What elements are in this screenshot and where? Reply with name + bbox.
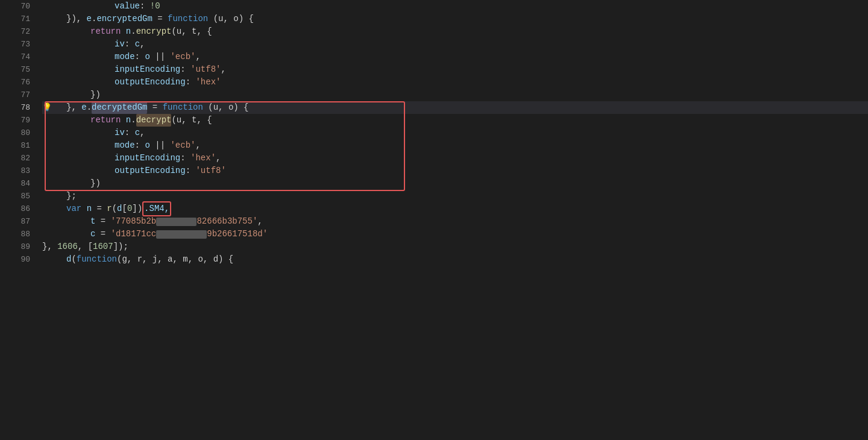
line-num-70: 70 (6, 0, 30, 13)
string-utf8: 'utf8' (190, 63, 221, 76)
code-line-87: t = '77085b2b 82666b3b755' , (42, 215, 868, 228)
line-num-86: 86 (6, 203, 30, 215)
comma: , (195, 51, 200, 63)
n-var: n (126, 25, 131, 38)
key-outputEncoding: outputEncoding (115, 76, 186, 89)
colon4: : (180, 152, 190, 165)
d-func: d (66, 253, 71, 266)
string-hex2: 'hex' (190, 152, 216, 165)
key-mode2: mode (115, 139, 135, 152)
t-value-end: 82666b3b755' (197, 215, 257, 228)
kw-function-1: function (168, 13, 208, 25)
or2: || (150, 139, 171, 152)
colon: : (125, 38, 135, 51)
bracket: [ (122, 203, 127, 215)
line-num-80: 80 (6, 127, 30, 139)
o-var: o (145, 51, 149, 63)
key-mode: mode (115, 51, 135, 63)
string-hex: 'hex' (195, 76, 221, 89)
encrypt-method: encrypt (136, 25, 172, 38)
close-obj: }), (66, 13, 87, 25)
code-content: value : !0 }), e . encryptedGm = functio… (36, 0, 868, 266)
d-var: d (117, 203, 122, 215)
code-line-80: iv : c , (42, 127, 868, 139)
line-num-83: 83 (6, 165, 30, 177)
close-obj2: }, (66, 101, 81, 114)
comma4: , (216, 152, 221, 165)
c-var2: c (135, 127, 140, 139)
decryptedGm-id: decryptedGm (92, 101, 147, 114)
comma3: , (195, 139, 200, 152)
code-line-70: value : !0 (42, 0, 868, 13)
t-value-start: '77085b2b (111, 215, 157, 228)
key-value: value (115, 0, 140, 13)
line-num-75: 75 (6, 63, 30, 76)
redacted-2 (156, 230, 207, 239)
kw-var: var (66, 203, 81, 215)
n-var2: n (126, 114, 131, 127)
line-num-77: 77 (6, 89, 30, 101)
comma: , (140, 38, 145, 51)
string-utf82: 'utf8' (195, 165, 225, 177)
open-paren: ( (112, 203, 117, 215)
line-num-90: 90 (6, 253, 30, 266)
space (121, 25, 125, 38)
n-id: n (87, 203, 92, 215)
zero: 0 (127, 203, 132, 215)
c-id: c (90, 228, 95, 240)
code-line-75: inputEncoding : 'utf8' , (42, 63, 868, 76)
kw-function-2: function (163, 101, 203, 114)
code-line-82: inputEncoding : 'hex' , (42, 152, 868, 165)
line-num-71: 71 (6, 13, 30, 25)
line-num-73: 73 (6, 38, 30, 51)
num-1607: 1607 (93, 240, 113, 253)
comma-bracket: , [ (78, 240, 93, 253)
encryptedGm: encryptedGm (96, 13, 152, 25)
code-line-83: outputEncoding : 'utf8' (42, 165, 868, 177)
code-line-73: iv : c , (42, 38, 868, 51)
key-outputEncoding2: outputEncoding (115, 165, 186, 177)
code-line-71: }), e . encryptedGm = function (u, o) { (42, 13, 868, 25)
code-line-85: }; (42, 190, 868, 203)
t-var: t (90, 215, 95, 228)
eq3: = (95, 228, 110, 240)
code-line-76: outputEncoding : 'hex' (42, 76, 868, 89)
line-num-85: 85 (6, 190, 30, 203)
line-num-74: 74 (6, 51, 30, 63)
code-line-88: c = 'd18171cc 9b26617518d' (42, 228, 868, 240)
open-paren2: ( (71, 253, 76, 266)
code-line-79: return n . decrypt (u, t, { (42, 114, 868, 127)
assign2: = (147, 101, 162, 114)
close-1606: }, (42, 240, 57, 253)
c-value-start: 'd18171cc (111, 228, 157, 240)
dot2: . (131, 25, 136, 38)
params: (u, o) { (208, 13, 254, 25)
line-num-88: 88 (6, 228, 30, 240)
colon2: : (125, 127, 135, 139)
decrypt-method: decrypt (136, 114, 172, 127)
code-line-81: mode : o || 'ecb' , (42, 139, 868, 152)
comma: , (221, 63, 225, 76)
line-num-81: 81 (6, 139, 30, 152)
num-1606: 1606 (57, 240, 78, 253)
line-numbers: 70 71 72 73 74 75 76 77 78 79 80 81 82 8… (0, 0, 36, 440)
line-num-76: 76 (6, 76, 30, 89)
code-line-72: return n . encrypt (u, t, { (42, 25, 868, 38)
line-num-84: 84 (6, 177, 30, 190)
dot4: . (131, 114, 136, 127)
comma2: , (140, 127, 145, 139)
args: (u, t, { (171, 25, 212, 38)
code-line-90: d ( function (g, r, j, a, m, o, d) { (42, 253, 868, 266)
line-num-89: 89 (6, 240, 30, 253)
key-inputEncoding: inputEncoding (115, 63, 180, 76)
colon: : (186, 76, 196, 89)
kw-function-3: function (77, 253, 117, 266)
r-method: r (107, 203, 112, 215)
comma5: , (257, 215, 262, 228)
code-editor: 70 71 72 73 74 75 76 77 78 79 80 81 82 8… (0, 0, 868, 440)
close-call: }) (90, 89, 101, 101)
args2: (u, t, { (171, 114, 212, 127)
code-line-78: 💡 }, e . decryptedGm = function (u, o) { (42, 101, 868, 114)
eq2: = (95, 215, 110, 228)
close-all: ]); (113, 240, 128, 253)
